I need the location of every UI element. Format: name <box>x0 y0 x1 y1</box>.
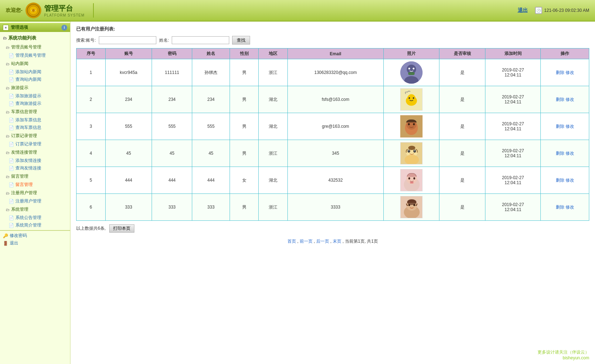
svg-point-2 <box>32 9 35 12</box>
cell-name: 555 <box>192 113 230 140</box>
cell-email: fsfs@163.com <box>288 86 383 113</box>
cell-id: 4 <box>77 140 106 167</box>
sidebar-section-title: 🗁 系统功能列表 <box>0 33 70 43</box>
name-search-input[interactable] <box>172 36 229 44</box>
sidebar-item-sys-notice[interactable]: 📄 系统公告管理 <box>0 214 70 221</box>
sidebar-item-add-link[interactable]: 📄 添加友情连接 <box>0 157 70 164</box>
print-button[interactable]: 打印本页 <box>109 224 134 233</box>
delete-link-1[interactable]: 删除 <box>556 70 564 75</box>
delete-link-3[interactable]: 删除 <box>556 124 564 129</box>
edit-link-2[interactable]: 修改 <box>566 97 574 102</box>
cell-password: 333 <box>152 194 192 221</box>
cell-actions: 删除 修改 <box>541 86 589 113</box>
pagination: 首页 , 前一页 , 后一页 , 末页 , 当前第1页, 共1页 <box>76 238 589 244</box>
sidebar-order-group: 🗁 订票记录管理 <box>0 131 70 140</box>
cell-region: 湖北 <box>259 167 288 194</box>
page-last[interactable]: 末页 <box>333 239 341 244</box>
edit-link-1[interactable]: 修改 <box>566 70 574 75</box>
svg-point-7 <box>412 68 414 70</box>
cell-photo <box>383 59 439 86</box>
account-search-label: 搜索:账号: <box>76 37 96 43</box>
cell-approved: 是 <box>439 59 485 86</box>
page-icon5: 📄 <box>9 101 14 106</box>
sidebar-item-admin-account[interactable]: 📄 管理员账号管理 <box>0 52 70 59</box>
delete-link-6[interactable]: 删除 <box>556 205 564 210</box>
cell-gender: 男 <box>230 194 259 221</box>
watermark-line1: 更多设计请关注（伴设云） <box>538 349 589 355</box>
sidebar-item-add-travel[interactable]: 📄 添加旅游提示 <box>0 92 70 100</box>
sidebar-item-sys-intro[interactable]: 📄 系统简介管理 <box>0 221 70 229</box>
cell-gender: 男 <box>230 113 259 140</box>
sidebar: ≡ 管理选项 i 🗁 系统功能列表 🗁 管理员账号管理 📄 管理员账号管理 🗁 … <box>0 22 70 364</box>
folder-sys-icon: 🗁 <box>6 207 10 212</box>
sidebar-section-label: 系统功能列表 <box>8 35 36 41</box>
folder-order-icon: 🗁 <box>6 134 10 138</box>
page-icon3: 📄 <box>9 77 14 82</box>
page-prev[interactable]: 前一页 <box>300 239 313 244</box>
key-icon: 🔑 <box>3 233 8 238</box>
sidebar-item-change-pwd[interactable]: 🔑 修改密码 <box>0 232 70 239</box>
sidebar-item-add-news[interactable]: 📄 添加站内新闻 <box>0 68 70 76</box>
sidebar-item-order[interactable]: 📄 订票记录管理 <box>0 140 70 148</box>
page-first[interactable]: 首页 <box>287 239 296 244</box>
cell-account: 45 <box>105 140 152 167</box>
cell-region: 浙江 <box>259 140 288 167</box>
delete-link-5[interactable]: 删除 <box>556 178 564 183</box>
cell-gender: 女 <box>230 167 259 194</box>
cell-email: 345 <box>288 140 383 167</box>
svg-point-18 <box>408 123 410 125</box>
svg-point-22 <box>405 155 419 164</box>
svg-point-13 <box>413 97 414 99</box>
page-icon9: 📄 <box>9 158 14 163</box>
page-icon2: 📄 <box>9 70 14 75</box>
cell-account: kvcr945a <box>105 59 152 86</box>
watermark-line2: bisheyun.com <box>538 355 589 360</box>
cell-actions: 删除 修改 <box>541 167 589 194</box>
sidebar-comment-group: 🗁 留言管理 <box>0 172 70 181</box>
edit-link-6[interactable]: 修改 <box>566 205 574 210</box>
page-icon8: 📄 <box>9 142 14 147</box>
cell-id: 5 <box>77 167 106 194</box>
cell-actions: 删除 修改 <box>541 59 589 86</box>
col-password: 密码 <box>152 48 192 59</box>
search-bar: 搜索:账号: 姓名: 查找 <box>76 36 589 45</box>
clock-icon: 🕐 <box>535 7 542 14</box>
cell-addtime: 2019-02-2712:04:11 <box>485 113 541 140</box>
main-content: 已有用户注册列表: 搜索:账号: 姓名: 查找 序号 账号 密码 姓名 性别 地… <box>70 22 595 364</box>
watermark: 更多设计请关注（伴设云） bisheyun.com <box>538 349 589 360</box>
platform-main-title: 管理平台 <box>44 4 73 13</box>
table-row: 5 444 444 444 女 湖北 432532 <box>77 167 589 194</box>
cell-photo <box>383 140 439 167</box>
sidebar-item-add-ticket[interactable]: 📄 添加车票信息 <box>0 116 70 124</box>
sidebar-item-query-ticket[interactable]: 📄 查询车票信息 <box>0 124 70 131</box>
delete-link-2[interactable]: 删除 <box>556 97 564 102</box>
cell-region: 浙江 <box>259 59 288 86</box>
sidebar-item-query-travel[interactable]: 📄 查询旅游提示 <box>0 100 70 107</box>
edit-link-5[interactable]: 修改 <box>566 178 574 183</box>
edit-link-3[interactable]: 修改 <box>566 124 574 129</box>
logo-area: 欢迎您- 管理平台 PLATFORM SYSTEM <box>6 3 100 18</box>
sidebar-item-logout[interactable]: 🚪 退出 <box>0 239 70 247</box>
sidebar-item-query-link[interactable]: 📄 查询友情连接 <box>0 164 70 172</box>
page-title: 已有用户注册列表: <box>76 26 589 32</box>
info-icon[interactable]: i <box>61 25 67 31</box>
sidebar-item-reguser[interactable]: 📄 注册用户管理 <box>0 197 70 205</box>
page-next[interactable]: 后一页 <box>316 239 329 244</box>
sidebar-admin-group: 🗁 管理员账号管理 <box>0 43 70 52</box>
sidebar-item-comment[interactable]: 📄 留言管理 <box>0 181 70 188</box>
page-icon: 📄 <box>9 53 14 58</box>
svg-point-26 <box>414 150 415 151</box>
logout-link[interactable]: 退出 <box>518 7 528 14</box>
account-search-input[interactable] <box>99 36 156 44</box>
edit-link-4[interactable]: 修改 <box>566 151 574 156</box>
delete-link-4[interactable]: 删除 <box>556 151 564 156</box>
logo-icon <box>26 3 41 18</box>
sidebar-item-query-news[interactable]: 📄 查询站内新闻 <box>0 76 70 83</box>
cell-actions: 删除 修改 <box>541 113 589 140</box>
table-footer: 以上数据共6条, 打印本页 <box>76 224 589 233</box>
cell-approved: 是 <box>439 167 485 194</box>
col-account: 账号 <box>105 48 152 59</box>
sidebar-header: ≡ 管理选项 i <box>0 23 70 32</box>
search-button[interactable]: 查找 <box>232 36 250 45</box>
col-name: 姓名 <box>192 48 230 59</box>
